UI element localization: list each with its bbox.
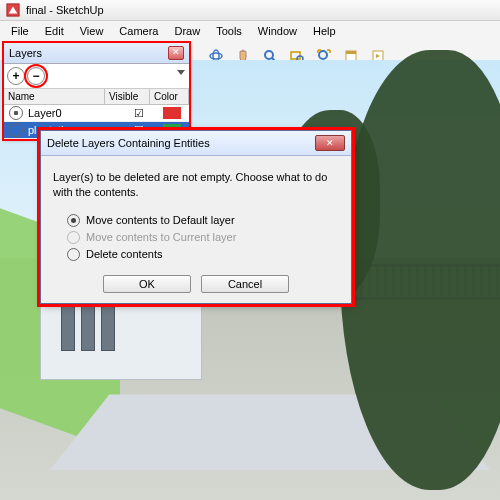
option-label: Move contents to Current layer — [86, 231, 236, 243]
layers-header-row: Name Visible Color — [4, 89, 189, 105]
svg-rect-12 — [346, 51, 356, 54]
cancel-button[interactable]: Cancel — [201, 275, 289, 293]
layers-panel: Layers ✕ + − Name Visible Color Layer0 ☑… — [3, 42, 190, 140]
option-label: Move contents to Default layer — [86, 214, 235, 226]
svg-rect-8 — [291, 52, 300, 59]
menu-help[interactable]: Help — [306, 23, 343, 39]
menu-edit[interactable]: Edit — [38, 23, 71, 39]
dialog-title: Delete Layers Containing Entities — [47, 137, 210, 149]
option-label: Delete contents — [86, 248, 162, 260]
menu-file[interactable]: File — [4, 23, 36, 39]
radio-icon — [67, 214, 80, 227]
col-visible[interactable]: Visible — [105, 89, 150, 104]
col-name[interactable]: Name — [4, 89, 105, 104]
dialog-titlebar[interactable]: Delete Layers Containing Entities ✕ — [41, 131, 351, 156]
menu-draw[interactable]: Draw — [167, 23, 207, 39]
dialog-close-button[interactable]: ✕ — [315, 135, 345, 151]
titlebar: final - SketchUp — [0, 0, 500, 21]
active-layer-radio[interactable] — [9, 123, 23, 137]
option-move-default[interactable]: Move contents to Default layer — [67, 212, 339, 229]
layer-visible-checkbox[interactable]: ☑ — [121, 107, 157, 120]
col-color[interactable]: Color — [150, 89, 189, 104]
layer-row[interactable]: Layer0 ☑ — [4, 105, 189, 122]
add-layer-button[interactable]: + — [7, 67, 25, 85]
remove-layer-button[interactable]: − — [27, 67, 45, 85]
layer-name: Layer0 — [26, 106, 121, 120]
layer-color-swatch[interactable] — [163, 107, 181, 119]
menu-window[interactable]: Window — [251, 23, 304, 39]
svg-point-6 — [265, 51, 273, 59]
option-delete-contents[interactable]: Delete contents — [67, 246, 339, 263]
layers-flyout-icon[interactable] — [176, 67, 186, 77]
active-layer-radio[interactable] — [9, 106, 23, 120]
svg-point-10 — [319, 51, 327, 59]
menu-view[interactable]: View — [73, 23, 111, 39]
window-title: final - SketchUp — [26, 4, 104, 16]
svg-point-4 — [210, 53, 222, 59]
panel-close-icon[interactable]: ✕ — [168, 46, 184, 60]
delete-layers-dialog: Delete Layers Containing Entities ✕ Laye… — [40, 130, 352, 304]
dialog-message: Layer(s) to be deleted are not empty. Ch… — [53, 170, 339, 200]
ok-button[interactable]: OK — [103, 275, 191, 293]
option-move-current: Move contents to Current layer — [67, 229, 339, 246]
app-icon — [6, 3, 20, 17]
radio-icon — [67, 231, 80, 244]
radio-icon — [67, 248, 80, 261]
menubar: File Edit View Camera Draw Tools Window … — [0, 21, 500, 41]
menu-tools[interactable]: Tools — [209, 23, 249, 39]
layers-panel-title: Layers — [9, 47, 42, 59]
menu-camera[interactable]: Camera — [112, 23, 165, 39]
